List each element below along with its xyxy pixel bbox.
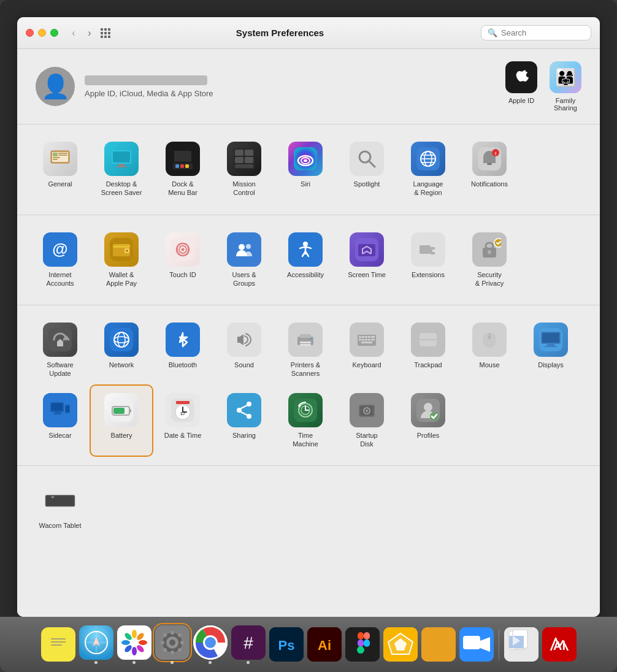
timemachine-icon: [288, 393, 323, 427]
pref-notifications[interactable]: ! Notifications: [459, 134, 520, 205]
profile-subtitle: Apple ID, iCloud, Media & App Store: [85, 89, 505, 98]
mission-icon: [227, 142, 261, 176]
close-button[interactable]: [26, 29, 34, 37]
keyboard-label: Keyboard: [352, 361, 381, 369]
dock-notes[interactable]: [41, 627, 75, 662]
dock-slack[interactable]: #: [231, 625, 266, 664]
mouse-icon: [472, 323, 507, 357]
acrobat-icon: Ai: [542, 627, 577, 662]
svg-point-172: [161, 641, 164, 644]
printers-icon: [288, 323, 323, 357]
svg-text:@: @: [52, 240, 67, 258]
svg-point-145: [51, 496, 54, 498]
pref-wacom[interactable]: Wacom Tablet: [29, 476, 91, 537]
svg-point-161: [132, 647, 137, 655]
pref-grid-other: Wacom Tablet: [29, 476, 588, 537]
users-label: Users &Groups: [232, 270, 256, 288]
svg-point-127: [247, 414, 251, 419]
svg-point-177: [178, 648, 182, 652]
pref-language[interactable]: Language& Region: [397, 134, 459, 205]
dock-safari[interactable]: [79, 625, 113, 664]
pref-keyboard[interactable]: Keyboard: [336, 315, 397, 386]
avatar[interactable]: 👤: [36, 67, 75, 106]
pref-mission[interactable]: MissionControl: [213, 134, 275, 205]
pref-siri[interactable]: Siri: [275, 134, 336, 205]
pref-datetime[interactable]: 17 Date & Time: [152, 386, 213, 456]
pref-battery[interactable]: Battery: [91, 386, 152, 456]
pref-sound[interactable]: Sound: [213, 315, 275, 386]
maximize-button[interactable]: [50, 29, 58, 37]
pref-timemachine[interactable]: TimeMachine: [275, 386, 336, 456]
extensions-icon: [411, 232, 445, 267]
pref-screentime[interactable]: Screen Time: [336, 225, 397, 296]
pref-extensions[interactable]: Extensions: [397, 225, 459, 296]
pref-softwareupdate[interactable]: SoftwareUpdate: [29, 315, 91, 386]
dock-figma[interactable]: [345, 627, 380, 662]
dock-zoom[interactable]: [459, 627, 494, 662]
pref-network[interactable]: Network: [91, 315, 152, 386]
ps-icon: Ps: [269, 627, 304, 662]
pref-trackpad[interactable]: Trackpad: [397, 315, 459, 386]
apple-id-action[interactable]: Apple ID: [505, 61, 537, 112]
language-label: Language& Region: [413, 180, 443, 197]
pref-accessibility[interactable]: Accessibility: [275, 225, 336, 296]
svg-point-175: [178, 633, 182, 637]
dock-bear[interactable]: 🐻: [421, 627, 456, 662]
pref-dock[interactable]: Dock &Menu Bar: [152, 134, 213, 205]
svg-rect-189: [364, 632, 370, 640]
pref-touchid[interactable]: Touch ID: [152, 225, 213, 296]
svg-point-126: [247, 402, 251, 407]
dock-sketch[interactable]: [383, 627, 418, 662]
pref-spotlight[interactable]: Spotlight: [336, 134, 397, 205]
pref-sidecar[interactable]: Sidecar: [29, 386, 91, 456]
pref-sharing[interactable]: Sharing: [213, 386, 275, 456]
dock-photos[interactable]: [117, 625, 151, 664]
svg-point-26: [304, 159, 307, 162]
startup-icon: [350, 393, 384, 427]
safari-icon: [79, 625, 113, 660]
system-preferences-window: ‹ › System Preferences 🔍 👤: [17, 17, 600, 617]
dock-acrobat[interactable]: Ai: [542, 627, 577, 662]
extensions-label: Extensions: [412, 270, 445, 279]
svg-point-54: [246, 244, 251, 249]
pref-users[interactable]: Users &Groups: [213, 225, 275, 296]
dock-chrome[interactable]: [193, 625, 228, 664]
svg-point-125: [237, 408, 242, 413]
svg-rect-87: [365, 336, 367, 338]
minimize-button[interactable]: [38, 29, 46, 37]
pref-startup[interactable]: StartupDisk: [336, 386, 397, 456]
svg-rect-14: [180, 164, 184, 168]
dock-ps[interactable]: Ps: [269, 627, 304, 662]
dock-preview[interactable]: [504, 627, 538, 662]
svg-rect-79: [300, 334, 311, 338]
svg-point-47: [126, 250, 128, 252]
trackpad-icon: [411, 323, 445, 357]
family-sharing-action[interactable]: 👨‍👩‍👧 FamilySharing: [550, 61, 581, 112]
svg-rect-122: [176, 401, 190, 404]
pref-printers[interactable]: Printers &Scanners: [275, 315, 336, 386]
pref-profiles[interactable]: Profiles: [397, 386, 459, 456]
svg-text:#: #: [243, 633, 253, 652]
general-label: General: [48, 180, 72, 188]
search-box[interactable]: 🔍: [481, 25, 591, 40]
svg-rect-88: [368, 336, 370, 338]
pref-desktop[interactable]: Desktop &Screen Saver: [91, 134, 152, 205]
pref-bluetooth[interactable]: Bluetooth: [152, 315, 213, 386]
dock-icon: [166, 142, 200, 176]
pref-general[interactable]: General: [29, 134, 91, 205]
search-input[interactable]: [501, 28, 584, 37]
siri-icon: [288, 142, 323, 176]
pref-wallet[interactable]: Wallet &Apple Pay: [91, 225, 152, 296]
pref-security[interactable]: Security& Privacy: [459, 225, 520, 296]
svg-rect-16: [174, 151, 191, 162]
dock-ai[interactable]: Ai: [307, 627, 342, 662]
svg-text:17: 17: [180, 411, 185, 416]
svg-rect-75: [232, 328, 256, 351]
svg-rect-109: [52, 403, 63, 411]
pref-mouse[interactable]: Mouse: [459, 315, 520, 386]
dock-sysprefs[interactable]: [155, 625, 190, 664]
pref-internet[interactable]: @ InternetAccounts: [29, 225, 91, 296]
pref-displays[interactable]: Displays: [520, 315, 581, 386]
profile-info: Apple ID, iCloud, Media & App Store: [85, 75, 505, 98]
svg-point-101: [488, 336, 491, 338]
